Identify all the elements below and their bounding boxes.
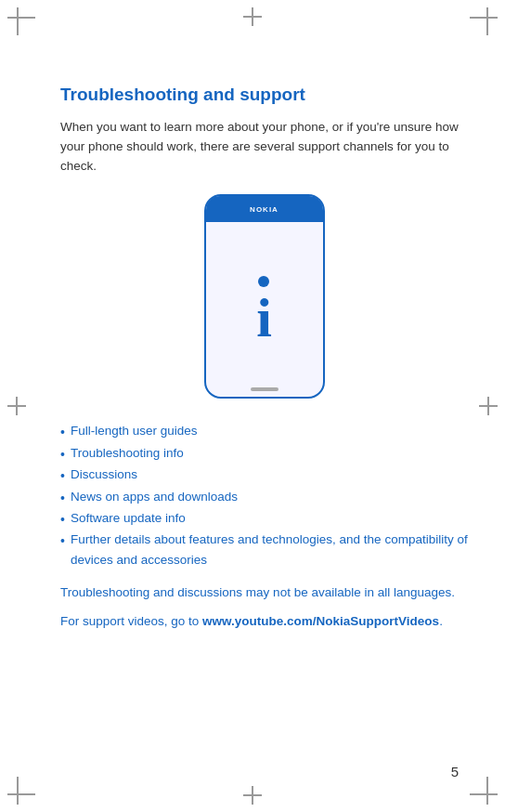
phone-illustration-container: NOKIA i bbox=[60, 194, 468, 399]
list-item-text: Further details about features and techn… bbox=[71, 530, 468, 570]
section-title: Troubleshooting and support bbox=[60, 84, 468, 107]
list-item: • Full-length user guides bbox=[60, 421, 468, 442]
top-center-mark bbox=[252, 7, 253, 26]
intro-paragraph: When you want to learn more about your p… bbox=[60, 118, 468, 177]
phone-brand-label: NOKIA bbox=[250, 205, 278, 214]
bullet-icon: • bbox=[60, 465, 65, 486]
bottom-center-mark bbox=[252, 786, 253, 805]
bullet-icon: • bbox=[60, 509, 65, 530]
support-prefix: For support videos, go to bbox=[60, 614, 202, 628]
corner-mark-bl bbox=[7, 767, 45, 805]
info-icon: i bbox=[256, 276, 272, 343]
list-item: • Further details about features and tec… bbox=[60, 530, 468, 570]
left-center-mark bbox=[7, 405, 26, 407]
support-url[interactable]: www.youtube.com/NokiaSupportVideos bbox=[202, 614, 439, 628]
phone-home-button bbox=[251, 387, 278, 391]
list-item-text: Full-length user guides bbox=[71, 421, 198, 441]
list-item: • Troubleshooting info bbox=[60, 443, 468, 465]
list-item-text: Discussions bbox=[71, 465, 137, 485]
bullet-icon: • bbox=[60, 444, 65, 465]
note-paragraph: Troubleshooting and discussions may not … bbox=[60, 583, 468, 603]
bullet-icon: • bbox=[60, 530, 65, 551]
support-paragraph: For support videos, go to www.youtube.co… bbox=[60, 612, 468, 632]
bullet-icon: • bbox=[60, 422, 65, 442]
list-item: • Discussions bbox=[60, 465, 468, 486]
page-content: Troubleshooting and support When you wan… bbox=[60, 84, 468, 631]
corner-mark-tl bbox=[7, 7, 45, 45]
page-number: 5 bbox=[451, 764, 459, 779]
list-item-text: Software update info bbox=[71, 508, 186, 529]
phone-illustration: NOKIA i bbox=[204, 194, 325, 399]
phone-screen: i bbox=[215, 231, 314, 387]
right-center-mark bbox=[479, 405, 498, 407]
feature-list: • Full-length user guides • Troubleshoot… bbox=[60, 421, 468, 570]
corner-mark-br bbox=[460, 767, 498, 805]
support-suffix: . bbox=[439, 614, 443, 628]
bullet-icon: • bbox=[60, 488, 65, 508]
list-item: • Software update info bbox=[60, 508, 468, 530]
phone-top-bar: NOKIA bbox=[206, 196, 323, 222]
list-item-text: News on apps and downloads bbox=[71, 487, 238, 507]
corner-mark-tr bbox=[460, 7, 498, 45]
info-dot bbox=[258, 276, 269, 287]
list-item-text: Troubleshooting info bbox=[71, 443, 184, 464]
info-stem: i bbox=[256, 293, 272, 343]
list-item: • News on apps and downloads bbox=[60, 487, 468, 508]
